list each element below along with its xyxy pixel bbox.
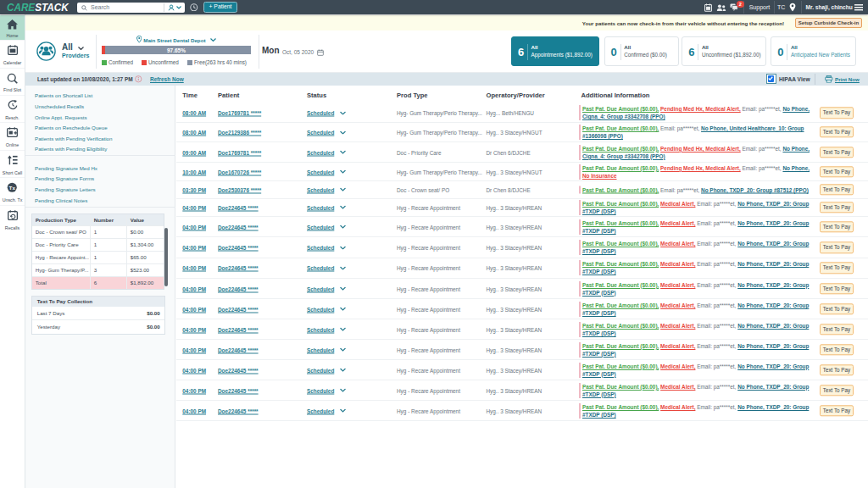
svg-text:Tx: Tx <box>9 185 16 191</box>
